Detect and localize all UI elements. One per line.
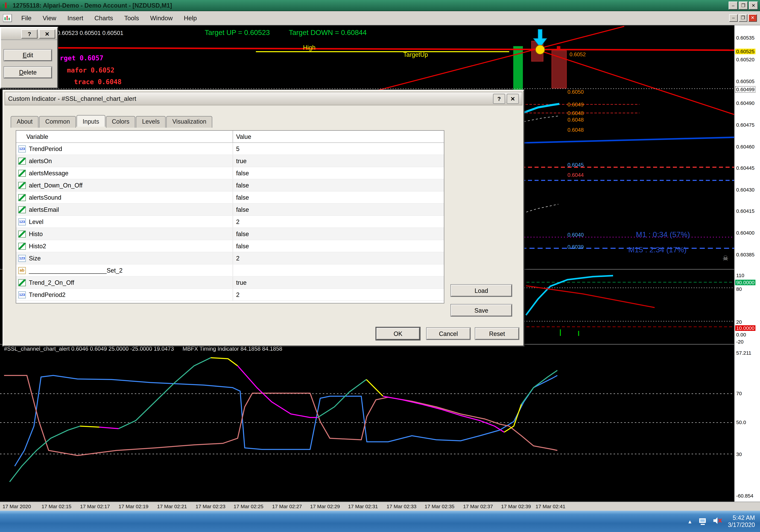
param-table: Variable Value 123TrendPeriod5alertsOntr… [16,130,444,304]
tab-common[interactable]: Common [39,116,76,128]
mini-dialog-titlebar[interactable]: ? ✕ [1,28,57,40]
num-type-icon: 123 [18,218,26,225]
menu-insert[interactable]: Insert [62,13,88,24]
param-row[interactable]: Histo2false [16,240,444,252]
param-value[interactable]: false [233,182,444,189]
dialog-help-button[interactable]: ? [493,94,505,104]
param-value[interactable]: true [233,157,444,165]
line-mbfx-yellow-3 [366,379,383,396]
param-value[interactable]: false [233,206,444,213]
param-row[interactable]: 123TrendPeriod5 [16,143,444,155]
save-button[interactable]: Save [451,305,512,316]
mini-help-button[interactable]: ? [21,29,37,38]
param-row[interactable]: alertsSoundfalse [16,192,444,204]
param-value[interactable]: 5 [233,145,444,152]
line-sub-cyan-line [526,276,613,315]
cancel-button[interactable]: Cancel [427,328,470,339]
param-row[interactable]: alertsOntrue [16,155,444,167]
param-value[interactable]: false [233,194,444,201]
param-name-cell: 123TrendPeriod2 [16,289,233,301]
tray-expand-icon[interactable]: ▲ [688,519,692,524]
dialog-tabs: AboutCommonInputsColorsLevelsVisualizati… [11,115,213,127]
reset-button[interactable]: Reset [475,328,519,339]
param-row[interactable]: 123TrendPeriod22 [16,289,444,301]
scale-label: 0.00 [736,332,746,337]
param-name: Histo2 [29,243,46,250]
tab-about[interactable]: About [11,116,39,128]
maximize-button[interactable]: ❐ [739,1,748,10]
clock[interactable]: 5:42 AM 3/17/2020 [728,514,755,528]
param-name-cell: Histo [16,228,233,240]
ok-button[interactable]: OK [376,328,419,339]
param-row[interactable]: 123Size2 [16,252,444,265]
mdi-minimize-button[interactable]: – [729,14,738,22]
param-value[interactable]: false [233,243,444,250]
line-mbfx-green-2 [119,358,211,429]
param-row[interactable]: alertsEmailfalse [16,204,444,216]
menubar: FileViewInsertChartsToolsWindowHelp – ❐ … [0,11,760,25]
tab-visualization[interactable]: Visualization [166,116,212,128]
param-row[interactable]: alert_Down_On_Offfalse [16,179,444,192]
param-row[interactable]: Histofalse [16,228,444,240]
minimize-button[interactable]: – [729,1,738,10]
bool-type-icon [18,157,26,165]
param-name-cell: 123Size [16,252,233,264]
time-label: 17 Mar 02:27 [272,504,302,509]
dialog-titlebar[interactable]: Custom Indicator - #SSL_channel_chart_al… [5,92,522,105]
time-label: 17 Mar 2020 [3,504,31,509]
param-row[interactable]: Trend_2_On_Offtrue [16,277,444,289]
menu-file[interactable]: File [16,13,36,24]
tab-inputs[interactable]: Inputs [76,115,105,127]
param-row[interactable]: alertsMessagefalse [16,167,444,179]
mini-close-button[interactable]: ✕ [39,29,55,38]
line-blue-trend-thick [521,137,734,143]
system-tray: ▲ 5:42 AM 3/17/2020 [688,514,755,528]
param-name: alertsEmail [29,206,59,213]
titlebar[interactable]: 12755118: Alpari-Demo - Demo Account - [… [0,0,760,11]
line-white-dash-curve1 [524,116,558,121]
mdi-close-button[interactable]: ✕ [748,14,757,22]
variable-column-header: Variable [16,131,233,142]
line-mbfx-yellow-1 [80,426,99,427]
speaker-muted-icon[interactable] [713,517,722,526]
dialog-close-button[interactable]: ✕ [507,94,519,104]
param-value[interactable]: true [233,279,444,286]
tab-levels[interactable]: Levels [136,116,166,128]
price-scale[interactable]: 0.605350.605250.605200.605050.604990.604… [734,25,760,502]
mdi-restore-button[interactable]: ❐ [739,14,747,22]
param-value[interactable]: false [233,169,444,177]
param-row[interactable]: 123Level2 [16,216,444,228]
app-icon [2,2,10,9]
num-type-icon: 123 [18,291,26,298]
menu-charts[interactable]: Charts [89,13,118,24]
menu-help[interactable]: Help [179,13,202,24]
menu-tools[interactable]: Tools [119,13,144,24]
tab-colors[interactable]: Colors [106,116,135,128]
param-name: alert_Down_On_Off [29,182,82,189]
network-icon[interactable] [698,518,707,525]
param-value[interactable]: 2 [233,255,444,262]
close-button[interactable]: ✕ [749,1,758,10]
menu-window[interactable]: Window [145,13,178,24]
param-name-cell: Trend_2_On_Off [16,277,233,288]
line-mbfx-magenta-3 [383,396,504,432]
time-label: 17 Mar 02:23 [196,504,225,509]
param-row[interactable]: ab_______________________Set_2 [16,265,444,277]
clock-date: 3/17/2020 [728,521,755,528]
time-label: 17 Mar 02:25 [234,504,263,509]
str-type-icon: ab [18,267,26,274]
scale-label: 0.60499 [735,86,755,93]
param-value[interactable]: 2 [233,218,444,225]
menu-view[interactable]: View [37,13,61,24]
param-value[interactable]: 2 [233,291,444,298]
edit-button[interactable]: Edit [4,50,52,61]
delete-button[interactable]: Delete [4,67,52,78]
scale-label: 50.0 [736,419,746,425]
param-name-cell: alertsOn [16,155,233,167]
scale-label: 0.60430 [736,187,754,193]
load-button[interactable]: Load [451,285,512,296]
param-value[interactable]: false [233,230,444,237]
scale-label: 90.0000 [735,280,755,285]
time-axis[interactable]: 17 Mar 202017 Mar 02:1517 Mar 02:1717 Ma… [0,502,760,511]
value-column-header: Value [233,130,444,143]
